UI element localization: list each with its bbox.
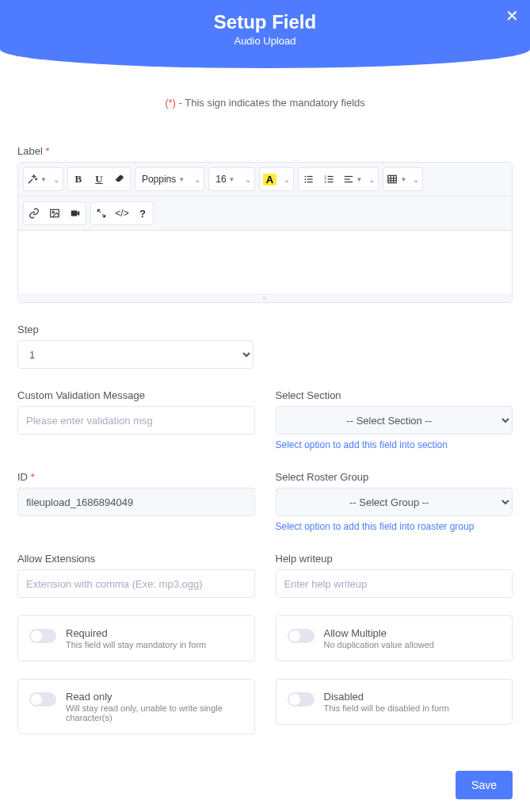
editor-content[interactable] bbox=[18, 231, 512, 294]
allow-multiple-toggle[interactable] bbox=[288, 629, 315, 643]
svg-rect-15 bbox=[388, 175, 397, 182]
disabled-title: Disabled bbox=[324, 691, 449, 703]
font-size-select[interactable]: 16▼ bbox=[209, 168, 241, 190]
allow-multiple-card: Allow Multiple No duplication value allo… bbox=[276, 615, 513, 661]
list-ol-icon[interactable]: 123 bbox=[319, 168, 340, 190]
required-card: Required This field will stay mandatory … bbox=[17, 615, 255, 661]
modal-title: Setup Field bbox=[0, 11, 530, 33]
mandatory-note: (*) - This sign indicates the mandatory … bbox=[17, 97, 513, 109]
svg-text:3: 3 bbox=[324, 180, 326, 184]
roster-helper: Select option to add this field into roa… bbox=[276, 521, 513, 532]
list-ul-icon[interactable] bbox=[299, 168, 319, 190]
required-desc: This field will stay mandatory in form bbox=[66, 640, 206, 649]
disabled-toggle[interactable] bbox=[288, 692, 315, 707]
editor-toolbar: ▼ ⌄ B U Poppins▼ ⌄ 16▼ ⌄ bbox=[18, 163, 512, 197]
roster-select[interactable]: -- Select Group -- bbox=[276, 488, 513, 516]
help-icon[interactable]: ? bbox=[132, 202, 153, 224]
required-toggle[interactable] bbox=[29, 629, 56, 643]
read-only-card: Read only Will stay read only, unable to… bbox=[17, 679, 255, 734]
step-label: Step bbox=[17, 324, 513, 335]
roster-label: Select Roster Group bbox=[276, 471, 513, 483]
svg-point-0 bbox=[304, 176, 306, 178]
rich-editor: ▼ ⌄ B U Poppins▼ ⌄ 16▼ ⌄ bbox=[17, 162, 513, 303]
svg-point-2 bbox=[304, 182, 306, 183]
svg-rect-22 bbox=[71, 211, 78, 216]
fullscreen-icon[interactable] bbox=[91, 202, 112, 224]
svg-rect-14 bbox=[344, 182, 353, 182]
close-icon[interactable]: ✕ bbox=[505, 8, 519, 24]
read-only-toggle[interactable] bbox=[29, 692, 56, 707]
mandatory-marker: (*) bbox=[165, 97, 176, 109]
table-more-icon[interactable]: ⌄ bbox=[410, 168, 422, 190]
underline-icon[interactable]: U bbox=[89, 168, 109, 190]
allow-multiple-desc: No duplication value allowed bbox=[324, 640, 434, 649]
svg-point-1 bbox=[304, 178, 306, 180]
id-input[interactable] bbox=[17, 488, 255, 516]
resize-grip-icon[interactable]: ≡ bbox=[18, 294, 512, 302]
link-icon[interactable] bbox=[24, 202, 44, 224]
allow-multiple-title: Allow Multiple bbox=[324, 627, 434, 639]
code-view-icon[interactable]: </> bbox=[112, 202, 132, 224]
bold-icon[interactable]: B bbox=[68, 168, 89, 190]
read-only-title: Read only bbox=[66, 691, 243, 703]
modal-subtitle: Audio Upload bbox=[0, 35, 530, 47]
section-select[interactable]: -- Select Section -- bbox=[276, 406, 513, 435]
magic-icon[interactable]: ▼ bbox=[24, 168, 50, 190]
svg-rect-11 bbox=[327, 182, 333, 182]
read-only-desc: Will stay read only, unable to write sin… bbox=[66, 703, 243, 722]
validation-label: Custom Validation Message bbox=[17, 389, 255, 401]
svg-rect-12 bbox=[344, 176, 353, 177]
magic-more-icon[interactable]: ⌄ bbox=[50, 168, 63, 190]
modal-header: Setup Field Audio Upload ✕ bbox=[0, 0, 530, 68]
section-helper: Select option to add this field into sec… bbox=[276, 439, 513, 450]
editor-toolbar-row2: </> ? bbox=[18, 197, 512, 231]
extensions-input[interactable] bbox=[17, 569, 255, 598]
paragraph-more-icon[interactable]: ⌄ bbox=[365, 168, 378, 190]
help-writeup-label: Help writeup bbox=[276, 553, 513, 565]
image-icon[interactable] bbox=[44, 202, 65, 224]
eraser-icon[interactable] bbox=[109, 168, 130, 190]
font-size-more-icon[interactable]: ⌄ bbox=[242, 168, 254, 190]
font-family-select[interactable]: Poppins▼ bbox=[135, 168, 191, 190]
mandatory-text: - This sign indicates the mandatory fiel… bbox=[176, 97, 365, 109]
svg-rect-10 bbox=[327, 178, 333, 179]
disabled-card: Disabled This field will be disabled in … bbox=[276, 679, 513, 725]
font-family-more-icon[interactable]: ⌄ bbox=[191, 168, 204, 190]
extensions-label: Allow Extensions bbox=[17, 553, 255, 565]
save-button[interactable]: Save bbox=[456, 771, 513, 799]
svg-rect-5 bbox=[307, 182, 312, 182]
svg-rect-4 bbox=[307, 178, 312, 179]
font-color-more-icon[interactable]: ⌄ bbox=[280, 168, 293, 190]
disabled-desc: This field will be disabled in form bbox=[324, 703, 449, 713]
table-icon[interactable]: ▼ bbox=[383, 168, 410, 190]
align-icon[interactable]: ▼ bbox=[340, 168, 366, 190]
step-select[interactable]: 1 bbox=[17, 340, 254, 369]
svg-point-21 bbox=[52, 212, 54, 213]
help-writeup-input[interactable] bbox=[276, 569, 513, 598]
font-color-icon[interactable]: A bbox=[260, 168, 280, 190]
required-title: Required bbox=[66, 627, 206, 639]
svg-rect-9 bbox=[327, 176, 333, 177]
video-icon[interactable] bbox=[65, 202, 86, 224]
svg-rect-13 bbox=[344, 178, 349, 179]
validation-input[interactable] bbox=[17, 406, 255, 435]
id-label: ID * bbox=[17, 471, 255, 483]
field-label-label: Label * bbox=[17, 145, 513, 157]
section-label: Select Section bbox=[276, 389, 513, 401]
svg-rect-3 bbox=[307, 176, 312, 177]
